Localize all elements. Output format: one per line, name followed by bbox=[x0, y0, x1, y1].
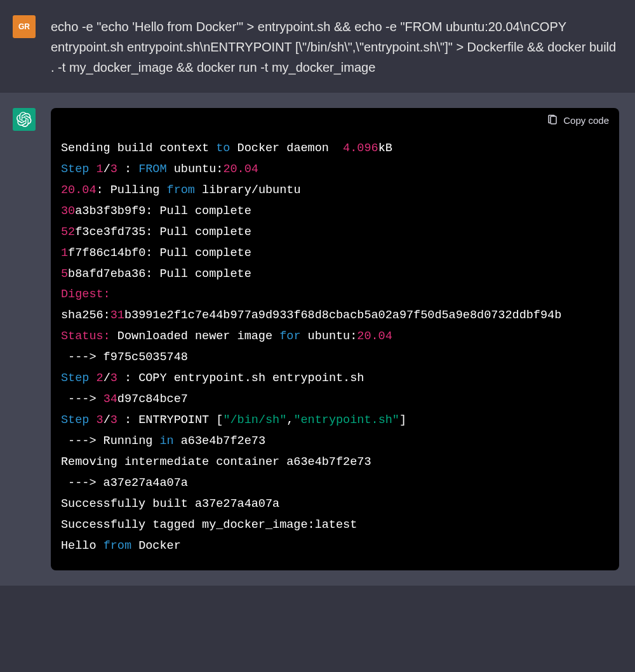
code-block-header: Copy code bbox=[51, 108, 619, 132]
clipboard-icon bbox=[547, 114, 558, 126]
user-message-row: GR echo -e "echo 'Hello from Docker'" > … bbox=[0, 0, 635, 93]
copy-code-button[interactable]: Copy code bbox=[547, 114, 609, 126]
code-output: Sending build context to Docker daemon 4… bbox=[51, 132, 619, 570]
code-block: Copy code Sending build context to Docke… bbox=[51, 108, 619, 570]
svg-rect-0 bbox=[551, 116, 556, 124]
assistant-message-row: Copy code Sending build context to Docke… bbox=[0, 93, 635, 586]
user-message-text: echo -e "echo 'Hello from Docker'" > ent… bbox=[51, 15, 622, 77]
user-avatar: GR bbox=[13, 15, 36, 38]
openai-logo-icon bbox=[17, 112, 32, 127]
copy-code-label: Copy code bbox=[563, 115, 609, 126]
assistant-avatar bbox=[13, 108, 36, 131]
